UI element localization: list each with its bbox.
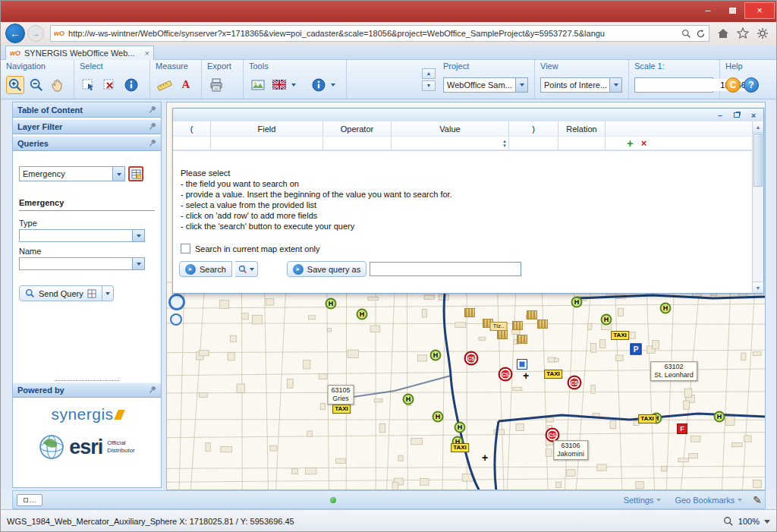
map-marker-cs[interactable]: CS [568, 376, 582, 390]
map-marker-h[interactable]: H [326, 298, 337, 310]
type-field-dropdown-button[interactable] [133, 229, 145, 242]
project-select-button[interactable] [515, 78, 527, 92]
search-icon[interactable] [681, 29, 691, 39]
map-marker-h[interactable]: H [403, 394, 414, 405]
map-marker-h[interactable]: H [601, 314, 612, 326]
map-marker-taxi[interactable]: TAXI [451, 443, 469, 452]
query-select-button[interactable] [112, 167, 124, 181]
dialog-title-bar[interactable]: – × [173, 109, 763, 121]
url-input[interactable]: wO http://w-ws-wintner/WebOffice/synserv… [50, 25, 709, 42]
map-marker-cs[interactable]: CS [499, 367, 513, 382]
query-select[interactable]: Emergency [19, 166, 125, 181]
scroll-up-button[interactable]: ▲ [753, 121, 763, 133]
scrollbar-thumb[interactable] [753, 134, 763, 187]
map-marker-cross[interactable]: + [482, 452, 488, 463]
zoom-level-caret-icon[interactable] [764, 520, 770, 527]
map-marker-p[interactable]: P [631, 344, 642, 355]
ribbon-collapse-up-button[interactable]: ▲ [422, 68, 436, 79]
save-query-name-input[interactable] [370, 262, 521, 276]
map-marker-taxi[interactable]: TAXI [332, 405, 351, 414]
panel-header-queries[interactable]: Queries [13, 136, 161, 151]
dialog-minimize-button[interactable]: – [715, 111, 725, 120]
copyright-button[interactable]: C [725, 77, 741, 93]
map-marker-h[interactable]: H [430, 350, 442, 361]
zoom-widget-circle[interactable] [168, 294, 185, 310]
settings-menu[interactable]: Settings [624, 496, 662, 505]
save-query-button[interactable]: ▸ Save query as [287, 261, 366, 277]
back-button[interactable]: ← [5, 24, 25, 43]
map-marker-building[interactable] [527, 310, 537, 320]
map-marker-h[interactable]: H [660, 303, 672, 314]
window-minimize-button[interactable]: – [696, 2, 720, 19]
selection-info-button[interactable] [122, 76, 140, 94]
select-features-button[interactable] [80, 76, 98, 94]
home-icon[interactable] [717, 27, 729, 39]
map-viewport[interactable]: HHHHHHHHHHHHCSCSCSCSTAXITAXITAXITAXITAXI… [166, 102, 766, 490]
settings-gear-icon[interactable] [757, 27, 769, 39]
clear-selection-button[interactable] [101, 76, 119, 94]
map-marker-cs[interactable]: CS [464, 351, 479, 366]
overview-map-toggle[interactable]: ... [17, 494, 42, 506]
name-field-dropdown-button[interactable] [133, 257, 145, 270]
map-info-dropdown-icon[interactable] [331, 83, 335, 89]
pin-icon[interactable] [149, 106, 156, 115]
dialog-scrollbar[interactable]: ▲ ▼ [752, 121, 763, 293]
help-button[interactable]: ? [744, 77, 759, 93]
map-marker-building[interactable] [517, 335, 527, 344]
search-button[interactable]: ▸ Search [179, 261, 232, 277]
map-marker-building[interactable] [497, 330, 508, 339]
map-marker-cross[interactable]: + [523, 370, 529, 381]
tab-close-icon[interactable]: × [145, 49, 149, 58]
pin-icon[interactable] [149, 123, 156, 131]
name-field-input[interactable] [19, 257, 133, 270]
language-button[interactable] [270, 76, 288, 94]
zoom-out-tool-button[interactable] [27, 76, 46, 94]
map-marker-h[interactable]: H [571, 297, 583, 308]
pin-icon[interactable] [149, 140, 156, 148]
send-query-button[interactable]: Send Query [19, 285, 102, 301]
pin-icon[interactable] [149, 386, 156, 395]
redlining-button[interactable] [249, 76, 267, 94]
browser-tab[interactable]: wO SYNERGIS WebOffice Web... × [5, 46, 154, 60]
panel-header-table-of-content[interactable]: Table of Content [13, 102, 161, 118]
edit-pencil-icon[interactable]: ✎ [753, 494, 765, 506]
window-maximize-button[interactable] [720, 2, 744, 19]
map-marker-building[interactable] [537, 320, 548, 329]
measure-tool-button[interactable] [156, 76, 174, 94]
pan-tool-button[interactable] [49, 76, 67, 94]
favorites-star-icon[interactable] [737, 27, 749, 39]
ribbon-collapse-down-button[interactable]: ▼ [422, 80, 436, 91]
manage-queries-button[interactable] [128, 166, 143, 181]
sidebar-resize-handle[interactable] [55, 380, 119, 381]
scroll-down-button[interactable]: ▼ [753, 282, 763, 293]
map-marker-taxi[interactable]: TAXI [611, 331, 629, 340]
annotation-tool-button[interactable]: A [177, 76, 195, 94]
zoom-level-value[interactable]: 100% [738, 517, 760, 526]
map-zoom-widget[interactable] [168, 294, 185, 329]
view-select-button[interactable] [609, 78, 621, 92]
map-marker-taxi[interactable]: TAXI [544, 370, 562, 379]
map-extent-checkbox[interactable] [181, 244, 190, 253]
panel-header-powered-by[interactable]: Powered by [13, 382, 161, 398]
map-marker-building[interactable] [512, 321, 523, 330]
map-marker-h[interactable]: H [714, 411, 725, 423]
remove-row-button[interactable]: × [641, 137, 647, 149]
map-marker-h[interactable]: H [433, 411, 444, 423]
print-button[interactable] [207, 76, 225, 94]
map-marker-taxi[interactable]: TAXI [638, 414, 656, 423]
type-field-input[interactable] [19, 229, 133, 242]
view-select[interactable]: Points of Intere... [540, 77, 622, 93]
send-query-dropdown-button[interactable] [102, 285, 114, 301]
zoom-in-tool-button[interactable] [6, 76, 24, 94]
forward-button[interactable]: → [27, 25, 44, 42]
language-dropdown-icon[interactable] [291, 83, 296, 89]
project-select[interactable]: WebOffice Sam... [443, 77, 528, 93]
dialog-close-button[interactable]: × [748, 111, 759, 120]
search-options-button[interactable] [235, 261, 258, 277]
map-info-button[interactable] [310, 76, 328, 94]
panel-header-layer-filter[interactable]: Layer Filter [13, 119, 161, 134]
map-marker-f[interactable]: F [677, 423, 687, 434]
map-marker-building[interactable] [464, 308, 475, 317]
dialog-restore-button[interactable] [731, 112, 742, 118]
sort-toggle[interactable]: ▲ ▼ [502, 139, 507, 148]
